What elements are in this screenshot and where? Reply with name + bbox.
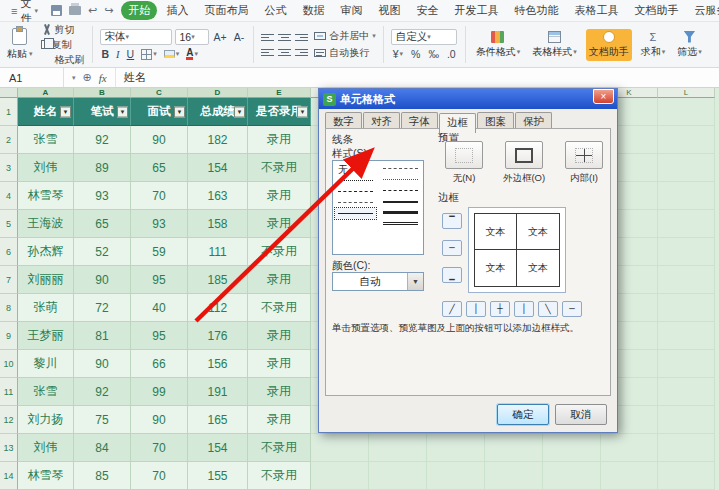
row-header-13[interactable]: 13 <box>0 434 18 462</box>
cell-A6[interactable]: 孙杰辉 <box>18 238 74 266</box>
cell-B12[interactable]: 75 <box>74 406 131 434</box>
formula-content[interactable]: 姓名 <box>116 70 146 85</box>
cell-B3[interactable]: 89 <box>74 154 131 182</box>
align-left-icon[interactable] <box>261 47 274 58</box>
print-icon[interactable] <box>69 6 81 15</box>
cell-C11[interactable]: 99 <box>131 378 188 406</box>
cell-A4[interactable]: 林雪琴 <box>18 182 74 210</box>
cell-C5[interactable]: 93 <box>131 210 188 238</box>
menu-tab-特色功能[interactable]: 特色功能 <box>507 1 565 20</box>
dialog-title-bar[interactable]: S 单元格格式 × <box>319 89 617 109</box>
menu-tab-云服务[interactable]: 云服务 <box>687 1 719 20</box>
empty-cell[interactable] <box>658 322 715 350</box>
cell-E4[interactable]: 录用 <box>248 182 311 210</box>
border-right-button[interactable]: │ <box>514 301 534 317</box>
cell-B2[interactable]: 92 <box>74 126 131 154</box>
line-style-thick[interactable] <box>380 207 421 218</box>
cell-D10[interactable]: 156 <box>188 350 248 378</box>
row-header-12[interactable]: 12 <box>0 406 18 434</box>
cell-E5[interactable]: 录用 <box>248 210 311 238</box>
empty-cell[interactable] <box>427 434 485 462</box>
cell-D13[interactable]: 154 <box>188 434 248 462</box>
cell-A5[interactable]: 王海波 <box>18 210 74 238</box>
underline-button[interactable]: U <box>125 48 137 60</box>
empty-cell[interactable] <box>311 434 369 462</box>
cancel-button[interactable]: 取消 <box>555 404 607 425</box>
copy-button[interactable]: 复制 <box>41 38 85 52</box>
line-style-dash-dot[interactable] <box>380 163 421 174</box>
insert-function-icon[interactable]: ⊕ <box>83 71 92 84</box>
line-style-listbox[interactable]: 无 <box>332 160 424 255</box>
table-style-button[interactable]: 表格样式▾ <box>529 29 580 61</box>
color-select[interactable]: 自动 ▼ <box>332 272 424 291</box>
align-bottom-icon[interactable] <box>295 32 308 43</box>
empty-cell[interactable] <box>601 434 658 462</box>
line-style-dashed[interactable] <box>335 186 376 197</box>
cell-B8[interactable]: 72 <box>74 294 131 322</box>
row-header-1[interactable]: 1 <box>0 98 18 126</box>
font-name-select[interactable]: 宋体▾ <box>100 29 172 45</box>
align-top-icon[interactable] <box>261 32 274 43</box>
cell-C9[interactable]: 95 <box>131 322 188 350</box>
cell-B10[interactable]: 90 <box>74 350 131 378</box>
cell-D7[interactable]: 185 <box>188 266 248 294</box>
preset-button-内部(I)[interactable]: 内部(I) <box>558 141 610 185</box>
save-icon[interactable] <box>51 5 62 16</box>
conditional-format-button[interactable]: 条件格式▾ <box>473 29 524 61</box>
dialog-tab-边框[interactable]: 边框 <box>439 113 476 133</box>
row-header-8[interactable]: 8 <box>0 294 18 322</box>
col-header-L[interactable]: L <box>658 88 715 98</box>
cell-D5[interactable]: 158 <box>188 210 248 238</box>
menu-tab-文档助手[interactable]: 文档助手 <box>627 1 685 20</box>
font-color-button[interactable]: A▾ <box>184 48 200 60</box>
filter-dropdown-icon[interactable]: ▼ <box>60 106 71 117</box>
filter-button[interactable]: 筛选▾ <box>674 29 705 61</box>
cell-C12[interactable]: 90 <box>131 406 188 434</box>
name-box[interactable]: A1 <box>0 68 64 87</box>
cut-button[interactable]: 剪切 <box>41 23 85 37</box>
cell-B5[interactable]: 65 <box>74 210 131 238</box>
cell-E7[interactable]: 录用 <box>248 266 311 294</box>
cell-E2[interactable]: 录用 <box>248 126 311 154</box>
empty-cell[interactable] <box>601 462 658 490</box>
line-style-dash-dot-dot[interactable] <box>380 174 421 185</box>
filter-dropdown-icon[interactable]: ▼ <box>234 106 245 117</box>
row-header-3[interactable]: 3 <box>0 154 18 182</box>
row-header-6[interactable]: 6 <box>0 238 18 266</box>
cell-D11[interactable]: 191 <box>188 378 248 406</box>
row-header-5[interactable]: 5 <box>0 210 18 238</box>
cell-D9[interactable]: 176 <box>188 322 248 350</box>
cell-E12[interactable]: 录用 <box>248 406 311 434</box>
merge-center-button[interactable]: 合并居中▾ <box>314 29 376 43</box>
empty-cell[interactable] <box>658 182 715 210</box>
cell-E6[interactable]: 不录用 <box>248 238 311 266</box>
fx-icon[interactable]: fx <box>99 72 107 84</box>
empty-cell[interactable] <box>658 462 715 490</box>
border-diagonal-up-button[interactable]: ╱ <box>442 301 462 317</box>
cell-C2[interactable]: 90 <box>131 126 188 154</box>
row-header-10[interactable]: 10 <box>0 350 18 378</box>
cell-A9[interactable]: 王梦丽 <box>18 322 74 350</box>
row-header-2[interactable]: 2 <box>0 126 18 154</box>
cell-D3[interactable]: 154 <box>188 154 248 182</box>
cell-A10[interactable]: 黎川 <box>18 350 74 378</box>
col-header-B[interactable]: B <box>74 88 131 98</box>
menu-tab-页面布局[interactable]: 页面布局 <box>197 1 255 20</box>
table-header-cell-D1[interactable]: 总成绩▼ <box>188 98 248 126</box>
cell-A7[interactable]: 刘丽丽 <box>18 266 74 294</box>
cell-A11[interactable]: 张雪 <box>18 378 74 406</box>
empty-cell[interactable] <box>658 210 715 238</box>
cell-C6[interactable]: 59 <box>131 238 188 266</box>
border-left-button[interactable]: │ <box>466 301 486 317</box>
cell-E3[interactable]: 不录用 <box>248 154 311 182</box>
table-header-cell-A1[interactable]: 姓名▼ <box>18 98 74 126</box>
col-header-A[interactable]: A <box>18 88 74 98</box>
empty-cell[interactable] <box>369 462 427 490</box>
filter-dropdown-icon[interactable]: ▼ <box>297 106 308 117</box>
preset-button-无(N)[interactable]: 无(N) <box>438 141 490 185</box>
cell-A8[interactable]: 张萌 <box>18 294 74 322</box>
cell-B9[interactable]: 81 <box>74 322 131 350</box>
number-format-select[interactable]: 自定义▾ <box>391 29 457 45</box>
font-size-select[interactable]: 16▾ <box>175 29 209 45</box>
cell-C14[interactable]: 70 <box>131 462 188 490</box>
